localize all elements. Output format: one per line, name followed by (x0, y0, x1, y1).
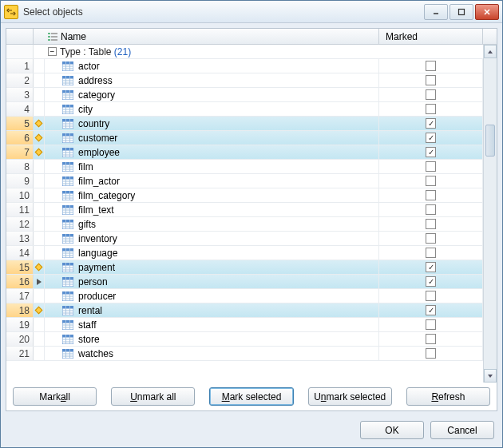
cell-name[interactable]: city (45, 102, 379, 116)
marked-checkbox[interactable] (426, 319, 436, 330)
app-icon (4, 5, 18, 19)
object-name: actor (78, 61, 100, 72)
scroll-down-button[interactable] (484, 369, 497, 383)
row-number: 10 (6, 188, 34, 202)
cell-name[interactable]: film_category (45, 188, 379, 202)
row-mark-gutter (34, 260, 45, 274)
marked-checkbox[interactable] (426, 161, 436, 172)
mark-all-button[interactable]: Mark all (13, 387, 97, 406)
unmark-all-button[interactable]: Unmark all (111, 387, 195, 406)
marked-checkbox[interactable] (426, 176, 436, 186)
svg-rect-99 (62, 280, 73, 287)
marked-checkbox[interactable] (426, 334, 436, 344)
table-row[interactable]: 3category (6, 88, 483, 102)
cell-name[interactable]: film_text (45, 203, 379, 216)
table-row[interactable]: 7employee (6, 145, 483, 160)
cell-name[interactable]: actor (45, 59, 379, 73)
action-button-bar: Mark all Unmark all Mark selected Unmark… (6, 383, 497, 410)
marked-checkbox[interactable] (426, 204, 436, 215)
table-row[interactable]: 9film_actor (6, 174, 483, 188)
table-row[interactable]: 20store (6, 332, 483, 347)
cell-name[interactable]: customer (45, 131, 379, 145)
marked-checkbox[interactable] (426, 291, 436, 301)
cell-name[interactable]: address (45, 73, 379, 87)
cell-name[interactable]: film (45, 160, 379, 173)
svg-rect-3 (51, 33, 57, 34)
unmark-selected-button[interactable]: Unmark selected (308, 387, 392, 406)
cell-name[interactable]: employee (45, 145, 379, 159)
cell-name[interactable]: film_actor (45, 174, 379, 188)
scroll-up-button[interactable] (484, 45, 497, 58)
column-header-marked[interactable]: Marked (379, 29, 483, 44)
marked-checkbox[interactable] (426, 118, 436, 129)
marked-checkbox[interactable] (426, 190, 436, 200)
object-name: city (78, 104, 93, 115)
table-icon (62, 277, 73, 287)
cell-name[interactable]: inventory (45, 232, 379, 245)
column-header-name[interactable]: Name (45, 29, 379, 44)
svg-rect-117 (62, 323, 73, 330)
table-icon (62, 205, 73, 215)
marked-checkbox[interactable] (426, 89, 436, 100)
cell-name[interactable]: language (45, 246, 379, 260)
cell-name[interactable]: staff (45, 318, 379, 331)
table-icon (62, 119, 73, 129)
cell-name[interactable]: payment (45, 260, 379, 274)
table-row[interactable]: 13inventory (6, 232, 483, 246)
table-row[interactable]: 2address (6, 73, 483, 88)
table-row[interactable]: 18rental (6, 303, 483, 318)
minimize-button[interactable] (424, 4, 448, 20)
cell-name[interactable]: store (45, 332, 379, 346)
close-button[interactable] (475, 4, 499, 20)
cell-name[interactable]: watches (45, 347, 379, 360)
table-row[interactable]: 17producer (6, 289, 483, 303)
cell-name[interactable]: rental (45, 303, 379, 317)
table-row[interactable]: 14language (6, 246, 483, 260)
marked-checkbox[interactable] (426, 233, 436, 244)
table-row[interactable]: 8film (6, 160, 483, 174)
vertical-scrollbar[interactable] (483, 45, 497, 383)
marked-checkbox[interactable] (426, 133, 436, 143)
cell-name[interactable]: country (45, 117, 379, 130)
scroll-thumb[interactable] (485, 125, 495, 157)
svg-rect-2 (48, 33, 50, 34)
cell-name[interactable]: category (45, 88, 379, 101)
table-row[interactable]: 12gifts (6, 217, 483, 232)
cell-name[interactable]: producer (45, 289, 379, 303)
cell-marked (379, 88, 483, 101)
table-row[interactable]: 5country (6, 117, 483, 131)
table-row[interactable]: 19staff (6, 318, 483, 332)
header-mark-gutter (34, 29, 45, 44)
cell-marked (379, 275, 483, 288)
table-row[interactable]: 6customer (6, 131, 483, 145)
marked-checkbox[interactable] (426, 61, 436, 71)
maximize-button[interactable] (450, 4, 473, 20)
svg-rect-57 (62, 179, 73, 186)
cell-marked (379, 102, 483, 116)
mark-selected-button[interactable]: Mark selected (209, 387, 293, 406)
cell-name[interactable]: person (45, 275, 379, 288)
table-row[interactable]: 10film_category (6, 188, 483, 203)
table-row[interactable]: 21watches (6, 347, 483, 361)
marked-checkbox[interactable] (426, 104, 436, 114)
table-row[interactable]: 11film_text (6, 203, 483, 217)
marked-checkbox[interactable] (426, 147, 436, 157)
collapse-icon[interactable]: − (48, 47, 57, 56)
marked-checkbox[interactable] (426, 276, 436, 287)
table-row[interactable]: 16person (6, 275, 483, 289)
cancel-button[interactable]: Cancel (430, 421, 494, 439)
marked-checkbox[interactable] (426, 262, 436, 272)
cell-marked (379, 217, 483, 231)
table-row[interactable]: 1actor (6, 59, 483, 73)
marked-checkbox[interactable] (426, 219, 436, 229)
table-row[interactable]: 4city (6, 102, 483, 117)
cell-name[interactable]: gifts (45, 217, 379, 231)
table-row[interactable]: 15payment (6, 260, 483, 275)
marked-checkbox[interactable] (426, 75, 436, 85)
group-row[interactable]: − Type : Table (21) (6, 45, 483, 59)
ok-button[interactable]: OK (360, 421, 424, 439)
refresh-button[interactable]: Refresh (406, 387, 490, 406)
marked-checkbox[interactable] (426, 305, 436, 315)
marked-checkbox[interactable] (426, 348, 436, 359)
marked-checkbox[interactable] (426, 248, 436, 258)
